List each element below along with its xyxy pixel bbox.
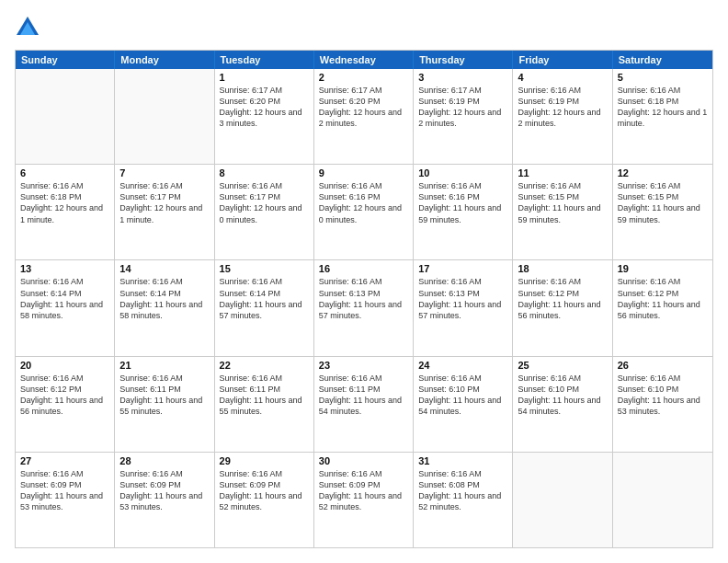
cell-text: Sunrise: 6:16 AM Sunset: 6:13 PM Dayligh… [319, 276, 408, 321]
calendar-row-2: 13Sunrise: 6:16 AM Sunset: 6:14 PM Dayli… [16, 259, 712, 355]
day-number: 22 [220, 360, 309, 371]
day-number: 12 [618, 167, 708, 178]
cell-text: Sunrise: 6:16 AM Sunset: 6:16 PM Dayligh… [418, 180, 507, 225]
cell-text: Sunrise: 6:16 AM Sunset: 6:18 PM Dayligh… [20, 180, 109, 225]
cell-text: Sunrise: 6:16 AM Sunset: 6:14 PM Dayligh… [220, 276, 309, 321]
day-number: 21 [119, 360, 209, 371]
day-number: 10 [418, 167, 507, 178]
day-number: 14 [119, 263, 209, 274]
calendar-cell-r2-c5: 18Sunrise: 6:16 AM Sunset: 6:12 PM Dayli… [513, 260, 612, 355]
day-number: 11 [518, 167, 607, 178]
calendar: SundayMondayTuesdayWednesdayThursdayFrid… [15, 50, 713, 548]
cell-text: Sunrise: 6:16 AM Sunset: 6:10 PM Dayligh… [618, 373, 708, 418]
calendar-cell-r4-c4: 31Sunrise: 6:16 AM Sunset: 6:08 PM Dayli… [414, 453, 513, 547]
day-number: 28 [119, 455, 209, 466]
calendar-row-0: 1Sunrise: 6:17 AM Sunset: 6:20 PM Daylig… [16, 69, 712, 164]
day-number: 18 [518, 263, 607, 274]
cell-text: Sunrise: 6:16 AM Sunset: 6:17 PM Dayligh… [220, 180, 309, 225]
calendar-cell-r1-c0: 6Sunrise: 6:16 AM Sunset: 6:18 PM Daylig… [16, 165, 115, 259]
calendar-cell-r1-c5: 11Sunrise: 6:16 AM Sunset: 6:15 PM Dayli… [513, 165, 612, 259]
page: SundayMondayTuesdayWednesdayThursdayFrid… [0, 0, 728, 563]
cell-text: Sunrise: 6:16 AM Sunset: 6:15 PM Dayligh… [518, 180, 607, 225]
day-number: 8 [220, 167, 309, 178]
day-number: 13 [20, 263, 109, 274]
day-number: 27 [20, 455, 109, 466]
calendar-cell-r3-c1: 21Sunrise: 6:16 AM Sunset: 6:11 PM Dayli… [115, 357, 214, 452]
cell-text: Sunrise: 6:16 AM Sunset: 6:09 PM Dayligh… [119, 468, 209, 513]
day-number: 5 [618, 72, 708, 83]
cell-text: Sunrise: 6:17 AM Sunset: 6:19 PM Dayligh… [418, 85, 507, 130]
calendar-row-1: 6Sunrise: 6:16 AM Sunset: 6:18 PM Daylig… [16, 164, 712, 259]
calendar-cell-r0-c1 [115, 69, 214, 164]
weekday-header-wednesday: Wednesday [314, 51, 414, 69]
calendar-cell-r3-c5: 25Sunrise: 6:16 AM Sunset: 6:10 PM Dayli… [513, 357, 612, 452]
logo [15, 15, 42, 40]
calendar-cell-r2-c1: 14Sunrise: 6:16 AM Sunset: 6:14 PM Dayli… [115, 260, 214, 355]
cell-text: Sunrise: 6:16 AM Sunset: 6:17 PM Dayligh… [119, 180, 209, 225]
calendar-cell-r2-c4: 17Sunrise: 6:16 AM Sunset: 6:13 PM Dayli… [414, 260, 513, 355]
cell-text: Sunrise: 6:16 AM Sunset: 6:09 PM Dayligh… [20, 468, 109, 513]
weekday-header-sunday: Sunday [16, 51, 115, 69]
cell-text: Sunrise: 6:16 AM Sunset: 6:10 PM Dayligh… [418, 373, 507, 418]
calendar-cell-r1-c3: 9Sunrise: 6:16 AM Sunset: 6:16 PM Daylig… [314, 165, 414, 259]
day-number: 6 [20, 167, 109, 178]
calendar-cell-r0-c4: 3Sunrise: 6:17 AM Sunset: 6:19 PM Daylig… [414, 69, 513, 164]
day-number: 15 [220, 263, 309, 274]
day-number: 3 [418, 72, 507, 83]
cell-text: Sunrise: 6:16 AM Sunset: 6:11 PM Dayligh… [319, 373, 408, 418]
calendar-cell-r4-c3: 30Sunrise: 6:16 AM Sunset: 6:09 PM Dayli… [314, 453, 414, 547]
calendar-row-3: 20Sunrise: 6:16 AM Sunset: 6:12 PM Dayli… [16, 356, 712, 452]
cell-text: Sunrise: 6:17 AM Sunset: 6:20 PM Dayligh… [319, 85, 408, 130]
cell-text: Sunrise: 6:16 AM Sunset: 6:08 PM Dayligh… [418, 468, 507, 513]
day-number: 24 [418, 360, 507, 371]
calendar-cell-r3-c2: 22Sunrise: 6:16 AM Sunset: 6:11 PM Dayli… [215, 357, 314, 452]
cell-text: Sunrise: 6:16 AM Sunset: 6:09 PM Dayligh… [319, 468, 408, 513]
calendar-cell-r3-c3: 23Sunrise: 6:16 AM Sunset: 6:11 PM Dayli… [314, 357, 414, 452]
calendar-cell-r0-c5: 4Sunrise: 6:16 AM Sunset: 6:19 PM Daylig… [513, 69, 612, 164]
weekday-header-thursday: Thursday [414, 51, 513, 69]
calendar-cell-r1-c1: 7Sunrise: 6:16 AM Sunset: 6:17 PM Daylig… [115, 165, 214, 259]
cell-text: Sunrise: 6:16 AM Sunset: 6:11 PM Dayligh… [220, 373, 309, 418]
day-number: 9 [319, 167, 408, 178]
day-number: 19 [618, 263, 708, 274]
header [15, 15, 713, 40]
calendar-cell-r0-c0 [16, 69, 115, 164]
day-number: 31 [418, 455, 507, 466]
cell-text: Sunrise: 6:16 AM Sunset: 6:16 PM Dayligh… [319, 180, 408, 225]
cell-text: Sunrise: 6:16 AM Sunset: 6:12 PM Dayligh… [618, 276, 708, 321]
calendar-cell-r2-c0: 13Sunrise: 6:16 AM Sunset: 6:14 PM Dayli… [16, 260, 115, 355]
cell-text: Sunrise: 6:16 AM Sunset: 6:19 PM Dayligh… [518, 85, 607, 130]
day-number: 7 [119, 167, 209, 178]
calendar-cell-r4-c0: 27Sunrise: 6:16 AM Sunset: 6:09 PM Dayli… [16, 453, 115, 547]
day-number: 25 [518, 360, 607, 371]
cell-text: Sunrise: 6:16 AM Sunset: 6:14 PM Dayligh… [20, 276, 109, 321]
day-number: 17 [418, 263, 507, 274]
calendar-header: SundayMondayTuesdayWednesdayThursdayFrid… [16, 51, 712, 69]
cell-text: Sunrise: 6:16 AM Sunset: 6:13 PM Dayligh… [418, 276, 507, 321]
cell-text: Sunrise: 6:16 AM Sunset: 6:18 PM Dayligh… [618, 85, 708, 130]
cell-text: Sunrise: 6:16 AM Sunset: 6:12 PM Dayligh… [20, 373, 109, 418]
cell-text: Sunrise: 6:16 AM Sunset: 6:11 PM Dayligh… [119, 373, 209, 418]
cell-text: Sunrise: 6:16 AM Sunset: 6:10 PM Dayligh… [518, 373, 607, 418]
day-number: 20 [20, 360, 109, 371]
calendar-cell-r2-c3: 16Sunrise: 6:16 AM Sunset: 6:13 PM Dayli… [314, 260, 414, 355]
day-number: 16 [319, 263, 408, 274]
cell-text: Sunrise: 6:16 AM Sunset: 6:12 PM Dayligh… [518, 276, 607, 321]
calendar-cell-r2-c2: 15Sunrise: 6:16 AM Sunset: 6:14 PM Dayli… [215, 260, 314, 355]
day-number: 29 [220, 455, 309, 466]
logo-icon [15, 15, 40, 40]
calendar-body: 1Sunrise: 6:17 AM Sunset: 6:20 PM Daylig… [16, 69, 712, 547]
day-number: 2 [319, 72, 408, 83]
calendar-cell-r0-c2: 1Sunrise: 6:17 AM Sunset: 6:20 PM Daylig… [215, 69, 314, 164]
weekday-header-friday: Friday [513, 51, 612, 69]
calendar-cell-r4-c2: 29Sunrise: 6:16 AM Sunset: 6:09 PM Dayli… [215, 453, 314, 547]
day-number: 4 [518, 72, 607, 83]
weekday-header-saturday: Saturday [613, 51, 712, 69]
calendar-cell-r1-c2: 8Sunrise: 6:16 AM Sunset: 6:17 PM Daylig… [215, 165, 314, 259]
cell-text: Sunrise: 6:16 AM Sunset: 6:15 PM Dayligh… [618, 180, 708, 225]
calendar-row-4: 27Sunrise: 6:16 AM Sunset: 6:09 PM Dayli… [16, 452, 712, 547]
calendar-cell-r3-c0: 20Sunrise: 6:16 AM Sunset: 6:12 PM Dayli… [16, 357, 115, 452]
weekday-header-tuesday: Tuesday [215, 51, 314, 69]
calendar-cell-r1-c6: 12Sunrise: 6:16 AM Sunset: 6:15 PM Dayli… [613, 165, 712, 259]
calendar-cell-r1-c4: 10Sunrise: 6:16 AM Sunset: 6:16 PM Dayli… [414, 165, 513, 259]
